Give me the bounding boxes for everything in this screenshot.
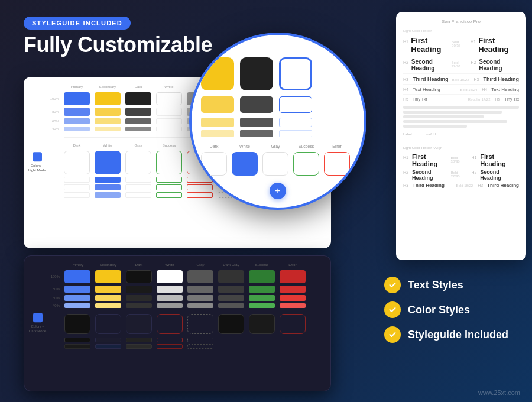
swatch-secondary-40 — [95, 127, 121, 131]
check-icon-text-styles — [384, 277, 401, 293]
feature-text-styles: Text Styles — [384, 277, 508, 293]
check-icon-color-styles — [384, 302, 401, 318]
typography-panel: San Francisco Pro Light Color Helper H1 … — [396, 12, 526, 260]
styleguide-badge: STYLEGUIDE INCLUDED — [24, 17, 131, 30]
dark-row-40: 40% — [34, 303, 321, 308]
dark-col-headers-main: Primary Secondary Dark White Gray Dark G… — [34, 263, 321, 267]
col-header: White — [156, 85, 182, 89]
panel-icon — [33, 152, 42, 161]
typo-labels: Label Link/Url — [403, 132, 519, 136]
swatch-primary-60 — [64, 118, 90, 124]
typo-row-h2: H2 Second Heading Bold 22/30 H2 Second H… — [403, 59, 519, 74]
typo-separator — [403, 141, 519, 141]
swatch-dark-40 — [125, 127, 151, 131]
dark-icon-boxes — [34, 314, 321, 334]
typo-row-h1: H1 First Heading Bold 30/36 H1 First Hea… — [403, 36, 519, 56]
row-label: 100% — [46, 97, 59, 100]
feature-styleguide: Styleguide Included — [384, 326, 508, 343]
panel-label: Colors –Light Mode — [28, 164, 46, 173]
swatch-white-60 — [156, 118, 182, 124]
styleguide-label: Styleguide Included — [408, 329, 508, 341]
swatch-primary-80 — [64, 108, 90, 116]
magnifier-circle: Dark Dark White Gray Su — [189, 33, 366, 210]
swatch-secondary-80 — [95, 108, 121, 116]
mag-section2-headers: Dark White Gray Success Error — [201, 144, 355, 148]
swatch-primary-40 — [64, 127, 90, 131]
dark-panel-label: Colors –Dark Mode — [29, 325, 46, 334]
font-name: San Francisco Pro — [403, 19, 519, 24]
text-preview — [403, 106, 519, 128]
mag-dark-label: Dark — [201, 47, 355, 53]
watermark: www.25xt.com — [478, 389, 520, 396]
typo-row-h3: H3 Third Heading Bold 18/22 H3 Third Hea… — [403, 76, 519, 85]
swatch-secondary-60 — [95, 118, 121, 124]
dark-mode-panel: Colors –Dark Mode Primary Secondary Dark… — [24, 255, 331, 391]
swatch-secondary-100 — [95, 92, 121, 105]
dark-row-100: 100% — [34, 270, 321, 283]
col-header: Dark — [125, 85, 151, 89]
check-icon-styleguide — [384, 326, 401, 343]
mag-plus-button[interactable]: + — [270, 183, 286, 199]
swatch-white-40 — [156, 127, 182, 131]
mag-med-swatches — [201, 96, 355, 113]
dark-row-60: 60% — [34, 295, 321, 301]
col-header: Primary — [64, 85, 90, 89]
dark-stacked-rows — [34, 338, 321, 349]
row-label: 60% — [46, 119, 59, 123]
features-list: Text Styles Color Styles Styleguide Incl… — [384, 277, 508, 343]
mag-swatch-dark — [240, 57, 273, 90]
mag-section2-swatches — [201, 152, 355, 176]
col-header: Secondary — [95, 85, 121, 89]
main-heading: Fully Customizable — [24, 33, 212, 57]
swatch-dark-100 — [125, 92, 151, 105]
row-label: 80% — [46, 110, 59, 114]
swatch-white-100 — [156, 92, 182, 105]
typo2-row-h2: H2 Second Heading Bold 22/30 H2 Second H… — [403, 169, 519, 181]
swatch-dark-60 — [125, 118, 151, 124]
typo-row-h4: H4 Text Heading Bold 16/24 H4 Text Headi… — [403, 87, 519, 95]
typo2-row-h3: H3 Third Heading Bold 18/22 H3 Third Hea… — [403, 183, 519, 188]
typo-row-h5: H5 Tiny Txt Regular 14/22 H5 Tiny Txt — [403, 97, 519, 101]
dark-panel-icon — [33, 313, 43, 322]
color-styles-label: Color Styles — [408, 304, 470, 316]
dark-helper-label: Light Color Helper / Align — [403, 146, 519, 150]
swatch-primary-100 — [64, 92, 90, 105]
mag-swatch-outline — [279, 57, 312, 90]
dark-row-80: 80% — [34, 286, 321, 293]
typo-mode-label: Light Color Helper — [403, 29, 519, 33]
swatch-white-80 — [156, 108, 182, 116]
swatch-dark-80 — [125, 108, 151, 116]
text-styles-label: Text Styles — [408, 279, 463, 291]
mag-top-swatches — [201, 57, 355, 90]
mag-swatch-yellow — [201, 57, 234, 90]
typo2-row-h1: H1 First Heading Bold 30/36 H1 First Hea… — [403, 153, 519, 167]
row-label: 40% — [46, 127, 59, 131]
feature-color-styles: Color Styles — [384, 302, 508, 318]
